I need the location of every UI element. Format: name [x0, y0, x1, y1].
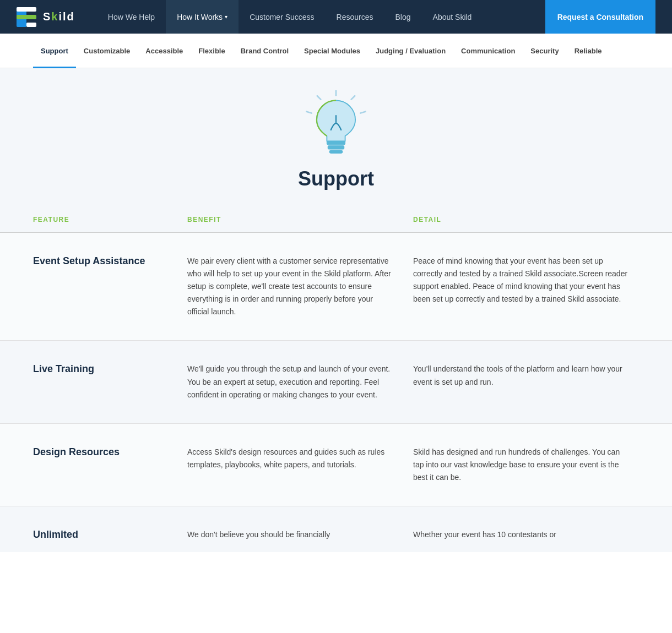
svg-rect-3 [26, 23, 36, 27]
detail-header: DETAIL [413, 216, 639, 223]
table-row-partial: Unlimited We don't believe you should be… [0, 506, 672, 552]
chevron-down-icon: ▾ [225, 14, 227, 20]
svg-rect-2 [17, 15, 36, 19]
skild-logo-icon [17, 7, 39, 27]
consultation-button[interactable]: Request a Consultation [545, 0, 655, 34]
top-nav-links: How We Help How It Works ▾ Customer Succ… [97, 0, 545, 34]
feature-cell: Unlimited [33, 528, 187, 541]
subnav-brand-control[interactable]: Brand Control [233, 34, 296, 68]
table-row: Live Training We'll guide you through th… [0, 341, 672, 423]
feature-cell: Event Setup Assistance [33, 255, 187, 318]
features-table: FEATURE BENEFIT DETAIL Event Setup Assis… [0, 207, 672, 552]
svg-line-6 [360, 112, 365, 113]
subnav-reliable[interactable]: Reliable [567, 34, 610, 68]
hero-title: Support [298, 167, 374, 190]
nav-how-it-works[interactable]: How It Works ▾ [166, 0, 239, 34]
svg-rect-12 [329, 150, 343, 154]
subnav-communication[interactable]: Communication [453, 34, 523, 68]
detail-cell: You'll understand the tools of the platf… [413, 363, 639, 401]
subnav-support[interactable]: Support [33, 34, 76, 68]
subnav-judging-evaluation[interactable]: Judging / Evaluation [368, 34, 453, 68]
svg-rect-1 [17, 7, 36, 12]
subnav-customizable[interactable]: Customizable [76, 34, 138, 68]
table-header: FEATURE BENEFIT DETAIL [0, 207, 672, 233]
subnav-accessible[interactable]: Accessible [138, 34, 191, 68]
benefit-header: BENEFIT [187, 216, 413, 223]
svg-line-8 [306, 112, 311, 113]
benefit-cell: We'll guide you through the setup and la… [187, 363, 413, 401]
logo-text: Skild [43, 10, 75, 23]
lightbulb-icon [303, 90, 369, 156]
nav-about-skild[interactable]: About Skild [422, 0, 483, 34]
benefit-cell: We don't believe you should be financial… [187, 528, 413, 541]
svg-rect-10 [327, 141, 345, 144]
svg-line-5 [351, 96, 355, 99]
benefit-cell: Access Skild's design resources and guid… [187, 446, 413, 484]
subnav-special-modules[interactable]: Special Modules [296, 34, 368, 68]
hero-section: Support [0, 68, 672, 207]
feature-cell: Live Training [33, 363, 187, 401]
subnav-security[interactable]: Security [523, 34, 566, 68]
feature-header: FEATURE [33, 216, 187, 223]
nav-customer-success[interactable]: Customer Success [239, 0, 325, 34]
logo[interactable]: Skild [17, 7, 75, 27]
cta-section: Request a Consultation [545, 0, 655, 34]
detail-cell: Whether your event has 10 contestants or [413, 528, 639, 541]
feature-cell: Design Resources [33, 446, 187, 484]
svg-rect-11 [328, 146, 344, 149]
nav-blog[interactable]: Blog [384, 0, 422, 34]
sub-navigation: Support Customizable Accessible Flexible… [0, 34, 672, 68]
nav-how-we-help[interactable]: How We Help [97, 0, 166, 34]
table-row: Design Resources Access Skild's design r… [0, 424, 672, 506]
svg-line-7 [317, 96, 321, 99]
top-navigation: Skild How We Help How It Works ▾ Custome… [0, 0, 672, 34]
detail-cell: Peace of mind knowing that your event ha… [413, 255, 639, 318]
nav-resources[interactable]: Resources [326, 0, 384, 34]
benefit-cell: We pair every client with a customer ser… [187, 255, 413, 318]
detail-cell: Skild has designed and run hundreds of c… [413, 446, 639, 484]
subnav-flexible[interactable]: Flexible [191, 34, 232, 68]
table-row: Event Setup Assistance We pair every cli… [0, 233, 672, 341]
